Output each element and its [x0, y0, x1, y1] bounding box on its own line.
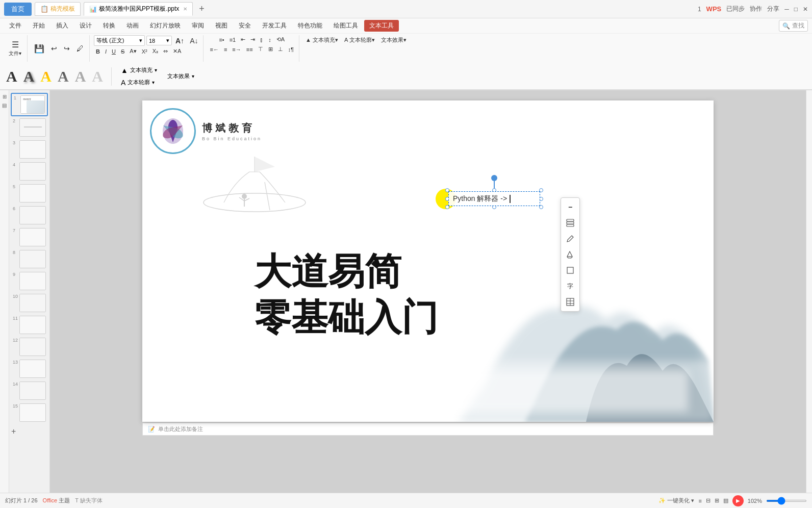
align-middle-btn[interactable]: ⊞ [266, 45, 275, 54]
text-style-normal[interactable]: A [4, 68, 19, 85]
slide-item-9[interactable]: 9 [11, 270, 48, 292]
collab-label[interactable]: 协作 [750, 5, 762, 13]
float-fill-btn[interactable] [563, 247, 577, 262]
bold-btn[interactable]: B [94, 47, 102, 56]
file-tab[interactable]: 📊 极简淡雅中国风PPT模板.pptx ✕ [84, 2, 193, 16]
text-style-light[interactable]: A [73, 68, 88, 85]
indent-dec-btn[interactable]: ⇤ [239, 35, 247, 44]
undo-btn[interactable]: ↩ [48, 43, 60, 54]
slide-item-13[interactable]: 13 [11, 358, 48, 379]
file-menu-btn[interactable]: ☰ 文件▾ [6, 38, 24, 59]
font-grow-btn[interactable]: A↑ [173, 36, 186, 46]
play-button[interactable]: ▶ [732, 495, 744, 506]
notes-placeholder[interactable]: 单击此处添加备注 [158, 425, 203, 433]
grid-view-icon[interactable]: ▤ [1, 101, 8, 110]
float-zoom-out-btn[interactable]: − [563, 200, 577, 214]
align-right-btn[interactable]: ≡→ [230, 45, 243, 54]
font-name-selector[interactable]: 等线 (正文) ▾ [94, 35, 145, 46]
para-spacing-btn[interactable]: ↕¶ [286, 45, 296, 54]
italic-btn[interactable]: I [103, 47, 109, 56]
slide-textbox-text[interactable]: Python 解释器 -> [453, 194, 507, 202]
slide-item-10[interactable]: 10 [11, 292, 48, 314]
right-sidebar[interactable] [806, 90, 812, 493]
text-style-lighter[interactable]: A [90, 68, 105, 85]
slide-item-3[interactable]: 3 [11, 139, 48, 160]
float-table-btn[interactable] [563, 295, 577, 309]
menu-view[interactable]: 视图 [210, 20, 233, 32]
slide-item-5[interactable]: 5 [11, 183, 48, 204]
menu-draw[interactable]: 绘图工具 [328, 20, 363, 32]
text-effect-btn[interactable]: 文本效果▾ [379, 35, 409, 45]
text-outline-button[interactable]: A 文本轮廓 ▾ [118, 77, 160, 88]
float-layer-btn[interactable] [563, 216, 577, 230]
menu-texttool[interactable]: 文本工具 [364, 20, 399, 32]
strikethrough-btn[interactable]: S [119, 47, 126, 56]
align-justify-btn[interactable]: ≡≡ [244, 45, 255, 54]
zoom-slider[interactable] [766, 500, 807, 502]
menu-slideshow[interactable]: 幻灯片放映 [145, 20, 186, 32]
text-style-gradient-warm[interactable]: A [38, 68, 54, 85]
text-dir-btn[interactable]: ⟲A [274, 35, 287, 44]
subscript-btn[interactable]: X₂ [150, 47, 160, 56]
close-icon[interactable]: ✕ [803, 6, 808, 13]
close-tab-icon[interactable]: ✕ [183, 6, 187, 12]
menu-file[interactable]: 文件 [4, 20, 27, 32]
slide-item-7[interactable]: 7 [11, 226, 48, 248]
float-char-btn[interactable]: 字 [563, 279, 577, 293]
menu-design[interactable]: 设计 [74, 20, 97, 32]
home-tab[interactable]: 首页 [4, 3, 32, 16]
menu-devtools[interactable]: 开发工具 [257, 20, 292, 32]
align-top-btn[interactable]: ⊤ [256, 45, 265, 54]
menu-animation[interactable]: 动画 [121, 20, 144, 32]
share-label[interactable]: 分享 [767, 5, 779, 13]
float-rect-btn[interactable] [563, 263, 577, 277]
line-height-btn[interactable]: ↕ [266, 35, 273, 44]
text-outline-btn[interactable]: A 文本轮廓▾ [342, 35, 377, 45]
slide-item-14[interactable]: 14 [11, 380, 48, 401]
align-center-btn[interactable]: ≡ [222, 45, 229, 54]
view-grid-icon[interactable]: ⊞ [715, 497, 719, 504]
view-normal-icon[interactable]: ≡ [698, 498, 701, 504]
minimize-icon[interactable]: ─ [784, 6, 789, 13]
missing-font-label[interactable]: T 缺失字体 [75, 497, 103, 504]
save-btn[interactable]: 💾 [32, 42, 47, 55]
slide-item-6[interactable]: 6 [11, 205, 48, 226]
add-slide-btn[interactable]: + [9, 424, 49, 439]
menu-home[interactable]: 开始 [28, 20, 50, 32]
view-outline-icon[interactable]: ▤ [723, 497, 728, 504]
slide-item-8[interactable]: 8 [11, 248, 48, 270]
redo-btn[interactable]: ↪ [61, 43, 72, 54]
text-effect-button[interactable]: 文本效果 ▾ [164, 71, 197, 82]
rotate-handle[interactable] [491, 175, 497, 181]
slide-item-15[interactable]: 15 [11, 402, 48, 423]
beautify-btn[interactable]: ✨ 一键美化 ▾ [658, 497, 694, 504]
fontcolor-btn[interactable]: A▾ [128, 47, 138, 56]
slide-item-11[interactable]: 11 [11, 314, 48, 336]
align-bottom-btn[interactable]: ⊥ [276, 45, 285, 54]
text-fill-btn[interactable]: ▲ 文本填充▾ [303, 35, 340, 45]
view-slide-icon[interactable]: ⊟ [706, 497, 711, 504]
slide-item-4[interactable]: 4 [11, 161, 48, 182]
menu-review[interactable]: 审阅 [187, 20, 209, 32]
add-tab-button[interactable]: + [196, 4, 208, 14]
template-tab[interactable]: 📋 稿壳模板 [35, 2, 81, 16]
col-btn[interactable]: ⫿ [258, 35, 265, 44]
slide-item-2[interactable]: 2 [11, 117, 48, 138]
format-btn[interactable]: 🖊 [74, 43, 86, 54]
menu-insert[interactable]: 插入 [51, 20, 73, 32]
superscript-btn[interactable]: X² [140, 47, 149, 56]
bullet-list-btn[interactable]: ≡• [217, 35, 226, 44]
font-shrink-btn[interactable]: A↓ [188, 36, 200, 46]
menu-special[interactable]: 特色功能 [293, 20, 327, 32]
view-toggle-icon[interactable]: ⊞ [1, 92, 8, 101]
float-pen-btn[interactable] [563, 232, 577, 246]
slide-item-12[interactable]: 12 [11, 336, 48, 358]
text-style-shadow[interactable]: A [21, 68, 37, 85]
font-size-selector[interactable]: 18 ▾ [146, 36, 172, 45]
spacing-btn[interactable]: ⇔ [161, 47, 170, 56]
search-box[interactable]: 🔍 查找 [779, 20, 808, 32]
align-left-btn[interactable]: ≡← [208, 45, 220, 54]
num-list-btn[interactable]: ≡1 [227, 35, 238, 44]
slide-canvas[interactable]: 博斌教育 Bo Bin Education [142, 100, 714, 422]
underline-btn[interactable]: U [110, 47, 118, 56]
